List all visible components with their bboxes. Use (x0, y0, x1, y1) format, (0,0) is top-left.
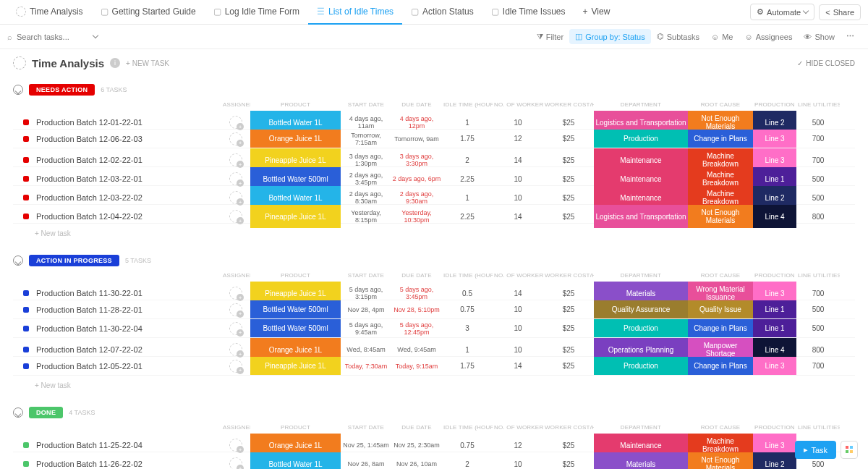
task-row[interactable]: Production Batch 12-05-22-01Pineapple Ju… (13, 357, 855, 376)
info-icon[interactable]: i (110, 58, 120, 68)
assignee-cell[interactable] (221, 360, 250, 373)
column-header[interactable]: PRODUCTION LINE (753, 269, 796, 282)
task-row[interactable]: Production Batch 12-03-22-02Bottled Wate… (13, 186, 855, 205)
search-input[interactable] (17, 33, 89, 41)
column-header[interactable]: START DATE (341, 421, 391, 434)
status-dot[interactable] (23, 461, 29, 467)
due-date[interactable]: Nov 26, 10am (391, 460, 442, 468)
tab-view[interactable]: +View (574, 0, 619, 25)
task-row[interactable]: Production Batch 11-30-22-01Pineapple Ju… (13, 282, 855, 300)
due-date[interactable]: 5 days ago, 12:45pm (391, 321, 442, 336)
column-header[interactable]: WORKER COST/HOUR (543, 98, 594, 111)
task-row[interactable]: Production Batch 11-26-22-02Bottled Wate… (13, 452, 855, 469)
column-header[interactable]: NO. OF WORKERS (493, 98, 543, 111)
hide-closed-toggle[interactable]: ✓ HIDE CLOSED (797, 59, 855, 67)
task-name[interactable]: Production Batch 12-03-22-01 (33, 174, 221, 183)
task-row[interactable]: Production Batch 12-06-22-03Orange Juice… (13, 130, 855, 148)
chevron-down-icon[interactable] (93, 33, 98, 38)
column-header[interactable] (33, 98, 221, 111)
column-header[interactable]: LINE UTILITIES COST (796, 269, 840, 282)
task-name[interactable]: Production Batch 11-30-22-04 (33, 324, 221, 333)
product-cell[interactable]: Pineapple Juice 1L (250, 205, 341, 228)
column-header[interactable]: IDLE TIME (HOURS) (442, 421, 493, 434)
start-date[interactable]: 4 days ago, 11am (341, 115, 391, 130)
column-header[interactable]: IDLE TIME (HOURS) (442, 98, 493, 111)
column-header[interactable]: ROOT CAUSE (688, 421, 753, 434)
column-header[interactable]: ROOT CAUSE (688, 269, 753, 282)
root-cause-cell[interactable]: Change in Plans (688, 319, 753, 337)
column-header[interactable]: WORKER COST/HOUR (543, 421, 594, 434)
me-button[interactable]: ☺ Me (705, 30, 739, 44)
column-header[interactable]: LINE UTILITIES COST (796, 421, 840, 434)
start-date[interactable]: Tomorrow, 7:15am (341, 132, 391, 146)
status-dot[interactable] (23, 347, 29, 352)
task-name[interactable]: Production Batch 12-07-22-02 (33, 345, 221, 354)
new-task-fab[interactable]: ▸ Task (795, 441, 836, 459)
column-header[interactable]: PRODUCTION LINE (753, 98, 796, 111)
production-line-cell[interactable]: Line 1 (753, 319, 796, 337)
status-pill[interactable]: ACTION IN PROGRESS (29, 255, 119, 266)
column-header[interactable]: DUE DATE (391, 269, 442, 282)
department-cell[interactable]: Logistics and Transportation (594, 205, 688, 228)
product-cell[interactable]: Orange Juice 1L (250, 130, 341, 148)
root-cause-cell[interactable]: Change in Plans (688, 130, 753, 148)
tab-action-status[interactable]: ▢Action Status (402, 0, 482, 25)
column-header[interactable]: ASSIGNEE (221, 269, 250, 282)
department-cell[interactable]: Materials (594, 452, 688, 469)
start-date[interactable]: Wed, 8:45am (341, 346, 391, 353)
due-date[interactable]: Tomorrow, 9am (391, 135, 442, 143)
assignee-cell[interactable] (221, 457, 250, 469)
assignee-cell[interactable] (221, 132, 250, 145)
column-header[interactable]: WORKER COST/HOUR (543, 269, 594, 282)
assignees-button[interactable]: ☺ Assignees (739, 30, 798, 44)
column-header[interactable]: PRODUCT (250, 421, 341, 434)
task-row[interactable]: Production Batch 12-04-22-02Pineapple Ju… (13, 205, 855, 224)
start-date[interactable]: Today, 7:30am (341, 363, 391, 370)
apps-fab[interactable] (841, 441, 858, 459)
task-row[interactable]: Production Batch 11-30-22-04Bottled Wate… (13, 319, 855, 338)
task-name[interactable]: Production Batch 12-02-22-01 (33, 156, 221, 164)
assignee-cell[interactable] (221, 343, 250, 356)
product-cell[interactable]: Bottled Water 500ml (250, 300, 341, 318)
column-header[interactable]: ASSIGNEE (221, 421, 250, 434)
assignee-cell[interactable] (221, 191, 250, 204)
task-row[interactable]: Production Batch 11-25-22-04Orange Juice… (13, 434, 855, 452)
root-cause-cell[interactable]: Not Enough Materials (688, 452, 753, 469)
status-dot[interactable] (23, 290, 29, 296)
department-cell[interactable]: Production (594, 357, 688, 375)
task-name[interactable]: Production Batch 11-30-22-01 (33, 289, 221, 297)
start-date[interactable]: 5 days ago, 9:45am (341, 321, 391, 336)
assignee-cell[interactable] (221, 322, 250, 335)
due-date[interactable]: 3 days ago, 3:30pm (391, 153, 442, 167)
start-date[interactable]: 2 days ago, 8:30am (341, 190, 391, 205)
column-header[interactable] (33, 421, 221, 434)
due-date[interactable]: 4 days ago, 12pm (391, 115, 442, 130)
assignee-cell[interactable] (221, 287, 250, 300)
product-cell[interactable]: Bottled Water 500ml (250, 319, 341, 337)
task-row[interactable]: Production Batch 12-03-22-01Bottled Wate… (13, 167, 855, 186)
tab-log-idle-time-form[interactable]: ▢Log Idle Time Form (205, 0, 308, 25)
assignee-cell[interactable] (221, 439, 250, 452)
root-cause-cell[interactable]: Change in Plans (688, 357, 753, 375)
tab-time-analysis[interactable]: Time Analysis (7, 0, 92, 25)
start-date[interactable]: Yesterday, 8:15pm (341, 209, 391, 224)
due-date[interactable]: Wed, 9:45am (391, 346, 442, 353)
status-dot[interactable] (23, 157, 29, 163)
start-date[interactable]: Nov 25, 1:45am (341, 441, 391, 449)
column-header[interactable] (33, 269, 221, 282)
start-date[interactable]: 3 days ago, 1:30pm (341, 153, 391, 167)
production-line-cell[interactable]: Line 3 (753, 357, 796, 375)
task-name[interactable]: Production Batch 11-25-22-04 (33, 441, 221, 449)
more-icon[interactable]: ⋯ (841, 29, 861, 44)
subtasks-button[interactable]: ⌬ Subtasks (651, 29, 705, 44)
root-cause-cell[interactable]: Quality Issue (688, 300, 753, 318)
collapse-icon[interactable] (13, 407, 23, 418)
status-dot[interactable] (23, 326, 29, 331)
assignee-cell[interactable] (221, 303, 250, 316)
start-date[interactable]: Nov 28, 4pm (341, 306, 391, 313)
column-header[interactable]: DEPARTMENT (594, 421, 688, 434)
column-header[interactable]: START DATE (341, 269, 391, 282)
status-dot[interactable] (23, 307, 29, 313)
task-name[interactable]: Production Batch 11-28-22-01 (33, 305, 221, 314)
column-header[interactable]: DUE DATE (391, 421, 442, 434)
